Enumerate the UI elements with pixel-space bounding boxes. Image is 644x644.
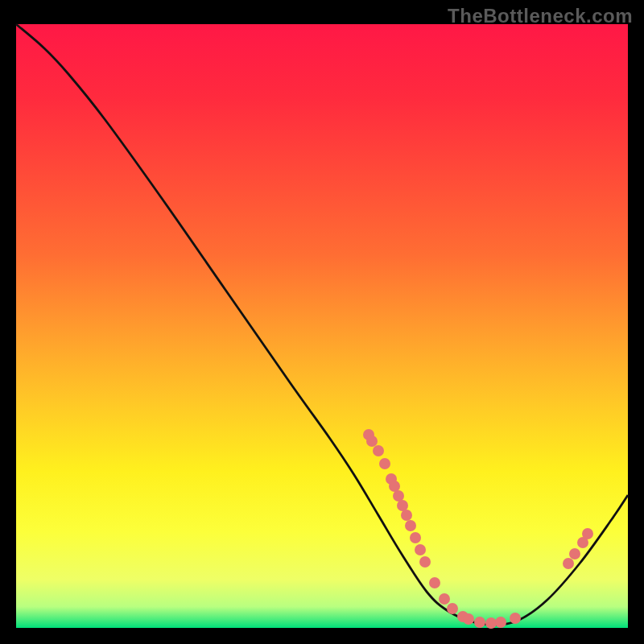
bottleneck-chart [0,0,644,644]
data-marker [373,445,384,456]
data-marker [366,436,378,447]
data-marker [389,481,400,492]
data-marker [429,577,440,588]
data-marker [397,500,408,511]
data-marker [415,544,426,555]
data-marker [405,520,416,531]
data-marker [379,458,390,469]
data-marker [419,556,431,568]
data-marker [485,617,497,629]
watermark: TheBottleneck.com [448,5,633,27]
data-marker [393,490,404,502]
data-marker [447,603,458,614]
data-marker [401,510,412,521]
chart-container: TheBottleneck.com [0,0,644,644]
data-marker [563,558,574,569]
data-marker [439,593,450,605]
data-marker [463,613,474,625]
data-marker [495,617,506,628]
data-marker [569,548,580,559]
data-marker [510,613,521,624]
data-marker [410,532,421,543]
data-marker [474,617,485,628]
plot-background [16,24,628,628]
data-marker [582,528,593,539]
